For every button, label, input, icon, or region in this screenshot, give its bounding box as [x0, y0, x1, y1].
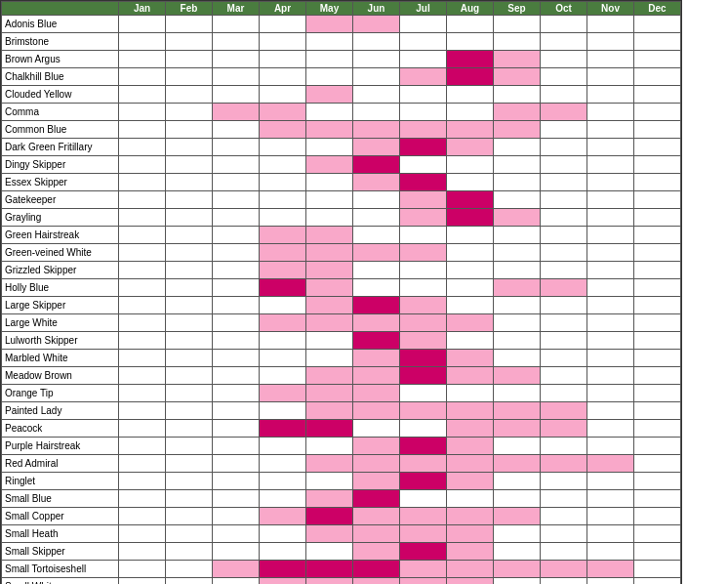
- data-cell: [541, 51, 587, 68]
- data-cell: [400, 51, 447, 68]
- data-cell: [494, 420, 541, 438]
- data-cell: [306, 420, 353, 438]
- data-cell: [634, 174, 681, 191]
- data-cell: [447, 209, 494, 227]
- data-cell: [634, 297, 681, 314]
- species-name-cell: Brimstone: [2, 33, 119, 51]
- data-cell: [306, 385, 353, 402]
- data-cell: [541, 578, 587, 585]
- data-cell: [166, 297, 213, 314]
- data-cell: [353, 279, 400, 297]
- table-row: Brimstone: [2, 33, 681, 51]
- data-cell: [166, 473, 213, 490]
- data-cell: [166, 33, 213, 51]
- data-cell: [400, 16, 447, 33]
- data-cell: [213, 438, 260, 455]
- data-cell: [260, 402, 306, 420]
- species-name-cell: Holly Blue: [2, 279, 119, 297]
- table-row: Small Copper: [2, 508, 681, 525]
- data-cell: [119, 33, 166, 51]
- data-cell: [400, 385, 447, 402]
- data-cell: [353, 51, 400, 68]
- data-cell: [494, 402, 541, 420]
- data-cell: [213, 16, 260, 33]
- data-cell: [260, 156, 306, 174]
- data-cell: [447, 227, 494, 244]
- data-cell: [166, 227, 213, 244]
- data-cell: [400, 121, 447, 139]
- data-cell: [494, 473, 541, 490]
- data-cell: [587, 385, 634, 402]
- data-cell: [400, 420, 447, 438]
- butterfly-chart: JanFebMarAprMayJunJulAugSepOctNovDec Ado…: [0, 0, 682, 584]
- data-cell: [166, 402, 213, 420]
- month-header: Jan: [119, 2, 166, 16]
- data-cell: [166, 86, 213, 104]
- data-cell: [260, 104, 306, 121]
- data-cell: [400, 367, 447, 385]
- month-header: Mar: [213, 2, 260, 16]
- data-cell: [260, 68, 306, 86]
- data-cell: [213, 279, 260, 297]
- data-cell: [213, 209, 260, 227]
- data-cell: [447, 332, 494, 350]
- table-row: Small Heath: [2, 525, 681, 543]
- data-cell: [447, 508, 494, 525]
- data-cell: [541, 473, 587, 490]
- table-row: Small Skipper: [2, 543, 681, 561]
- table-row: Large White: [2, 314, 681, 332]
- data-cell: [541, 227, 587, 244]
- data-cell: [213, 51, 260, 68]
- data-cell: [260, 262, 306, 279]
- data-cell: [634, 367, 681, 385]
- data-cell: [447, 156, 494, 174]
- data-cell: [400, 402, 447, 420]
- species-name-cell: Small Skipper: [2, 543, 119, 561]
- table-row: Dark Green Fritillary: [2, 139, 681, 156]
- table-row: Large Skipper: [2, 297, 681, 314]
- data-cell: [119, 16, 166, 33]
- table-row: Dingy Skipper: [2, 156, 681, 174]
- table-row: Green Hairstreak: [2, 227, 681, 244]
- data-table: JanFebMarAprMayJunJulAugSepOctNovDec Ado…: [1, 1, 681, 584]
- data-cell: [353, 16, 400, 33]
- month-header: Dec: [634, 2, 681, 16]
- species-name-cell: Orange Tip: [2, 385, 119, 402]
- data-cell: [306, 209, 353, 227]
- data-cell: [634, 402, 681, 420]
- data-cell: [306, 525, 353, 543]
- data-cell: [447, 350, 494, 367]
- data-cell: [634, 438, 681, 455]
- data-cell: [260, 543, 306, 561]
- data-cell: [494, 68, 541, 86]
- data-cell: [494, 16, 541, 33]
- data-cell: [353, 227, 400, 244]
- data-cell: [119, 438, 166, 455]
- data-cell: [634, 350, 681, 367]
- data-cell: [541, 350, 587, 367]
- data-cell: [260, 350, 306, 367]
- data-cell: [447, 68, 494, 86]
- data-cell: [541, 156, 587, 174]
- data-cell: [119, 262, 166, 279]
- data-cell: [634, 578, 681, 585]
- data-cell: [306, 402, 353, 420]
- species-name-cell: Painted Lady: [2, 402, 119, 420]
- data-cell: [447, 438, 494, 455]
- data-cell: [541, 262, 587, 279]
- data-cell: [634, 104, 681, 121]
- data-cell: [213, 104, 260, 121]
- data-cell: [447, 490, 494, 508]
- data-cell: [166, 455, 213, 473]
- data-cell: [166, 350, 213, 367]
- data-cell: [447, 139, 494, 156]
- data-cell: [119, 191, 166, 209]
- data-cell: [634, 86, 681, 104]
- data-cell: [634, 209, 681, 227]
- data-cell: [260, 51, 306, 68]
- data-cell: [447, 121, 494, 139]
- data-cell: [587, 367, 634, 385]
- data-cell: [166, 121, 213, 139]
- data-cell: [306, 86, 353, 104]
- data-cell: [213, 262, 260, 279]
